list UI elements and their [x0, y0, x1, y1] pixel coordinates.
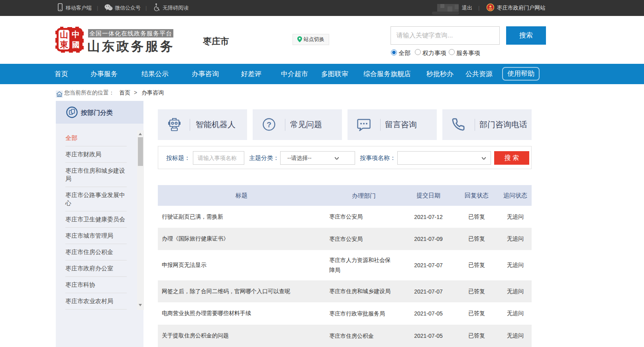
- svg-text:東: 東: [59, 40, 69, 49]
- svg-text:國: 國: [72, 41, 80, 49]
- svg-text:中: 中: [72, 30, 80, 39]
- svg-text:山: 山: [60, 30, 68, 39]
- svg-text:?: ?: [267, 120, 271, 129]
